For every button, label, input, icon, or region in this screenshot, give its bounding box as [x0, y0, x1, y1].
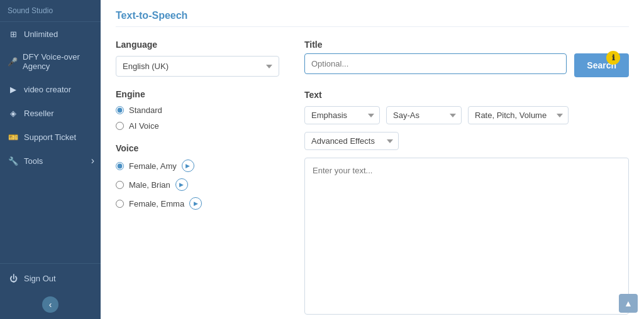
sidebar: Sound Studio ⊞ Unlimited 🎤 DFY Voice-ove… [0, 0, 101, 319]
scroll-down-icon: ▲ [624, 298, 633, 308]
engine-section-title: Engine [116, 89, 279, 99]
title-input[interactable] [304, 53, 567, 74]
title-label: Title [304, 40, 567, 50]
rate-pitch-volume-select[interactable]: Rate, Pitch, Volume Rate Pitch Volume [468, 106, 569, 124]
voice-male-brian-label: Male, Brian [129, 180, 170, 190]
sidebar-item-label: Tools [24, 156, 43, 166]
voice-section-title: Voice [116, 143, 279, 153]
language-section-title: Language [116, 40, 279, 50]
engine-standard-label: Standard [129, 105, 162, 115]
sidebar-item-label: DFY Voice-over Agency [23, 52, 93, 71]
voice-male-brian-option[interactable]: Male, Brian ▶ [116, 178, 279, 191]
engine-ai-voice-option[interactable]: AI Voice [116, 121, 279, 131]
sidebar-item-reseller[interactable]: ◈ Reseller [0, 101, 101, 125]
voice-radio-group: Female, Amy ▶ Male, Brian ▶ Female, Emma… [116, 160, 279, 210]
sidebar-item-video-creator[interactable]: ▶ video creator [0, 77, 101, 101]
voice-female-emma-label: Female, Emma [129, 199, 184, 208]
dropdowns-row: Emphasis Strong Moderate None Say-As Car… [304, 106, 629, 124]
engine-radio-group: Standard AI Voice [116, 105, 279, 131]
title-group: Title ℹ [304, 40, 567, 74]
sidebar-top-label: Sound Studio [0, 0, 101, 22]
form-layout: Language English (UK) English (US) Frenc… [116, 40, 629, 316]
voice-female-emma-radio[interactable] [116, 200, 124, 208]
text-section-label: Text [304, 90, 629, 100]
sidebar-item-sign-out[interactable]: ⏻ Sign Out [0, 266, 101, 290]
play-female-amy-button[interactable]: ▶ [182, 160, 194, 172]
main-content: Text-to-Speech Language English (UK) Eng… [101, 0, 644, 319]
voice-male-brian-radio[interactable] [116, 181, 124, 189]
engine-ai-voice-radio[interactable] [116, 122, 124, 130]
engine-standard-radio[interactable] [116, 106, 124, 114]
language-select[interactable]: English (UK) English (US) French German … [116, 56, 279, 77]
text-area[interactable] [304, 158, 629, 315]
page-title: Text-to-Speech [116, 10, 629, 27]
dropdowns-row-2: Advanced Effects Whisper Soft [304, 132, 629, 150]
sidebar-item-label: Reseller [24, 109, 54, 118]
sidebar-item-dfy-voice[interactable]: 🎤 DFY Voice-over Agency [0, 46, 101, 77]
sidebar-collapse-button[interactable]: ‹ [42, 296, 58, 313]
advanced-effects-select[interactable]: Advanced Effects Whisper Soft [304, 132, 399, 150]
tooltip-icon[interactable]: ℹ [606, 51, 620, 65]
say-as-select[interactable]: Say-As Cardinal Ordinal Digits [386, 106, 462, 124]
video-creator-icon: ▶ [8, 84, 19, 95]
scroll-down-button[interactable]: ▲ [619, 294, 638, 313]
sidebar-item-label: Unlimited [24, 30, 58, 39]
voice-female-amy-radio[interactable] [116, 162, 124, 170]
emphasis-select[interactable]: Emphasis Strong Moderate None [304, 106, 380, 124]
right-panel: Title ℹ Search Text Emphasis Strong Mode… [304, 40, 629, 316]
voice-female-amy-option[interactable]: Female, Amy ▶ [116, 160, 279, 172]
dfy-voice-icon: 🎤 [8, 56, 18, 67]
search-button[interactable]: Search [574, 53, 629, 77]
title-row: Title ℹ Search [304, 40, 629, 77]
sidebar-item-unlimited[interactable]: ⊞ Unlimited [0, 22, 101, 46]
sidebar-item-tools[interactable]: 🔧 Tools [0, 149, 101, 173]
support-icon: 🎫 [8, 131, 19, 143]
engine-standard-option[interactable]: Standard [116, 105, 279, 115]
voice-female-amy-label: Female, Amy [129, 161, 177, 171]
engine-ai-voice-label: AI Voice [129, 121, 159, 131]
sidebar-item-label: Sign Out [24, 274, 56, 283]
sign-out-icon: ⏻ [8, 273, 19, 284]
tools-icon: 🔧 [8, 155, 19, 166]
sidebar-item-label: video creator [24, 85, 71, 94]
play-male-brian-button[interactable]: ▶ [175, 178, 188, 191]
sidebar-item-label: Support Ticket [24, 132, 76, 142]
unlimited-icon: ⊞ [8, 28, 19, 40]
sidebar-divider [0, 263, 101, 264]
voice-female-emma-option[interactable]: Female, Emma ▶ [116, 197, 279, 210]
left-panel: Language English (UK) English (US) Frenc… [116, 40, 279, 316]
sidebar-item-support[interactable]: 🎫 Support Ticket [0, 125, 101, 149]
reseller-icon: ◈ [8, 107, 19, 119]
sidebar-bottom: ⏻ Sign Out ‹ [0, 261, 101, 319]
play-female-emma-button[interactable]: ▶ [189, 197, 202, 210]
